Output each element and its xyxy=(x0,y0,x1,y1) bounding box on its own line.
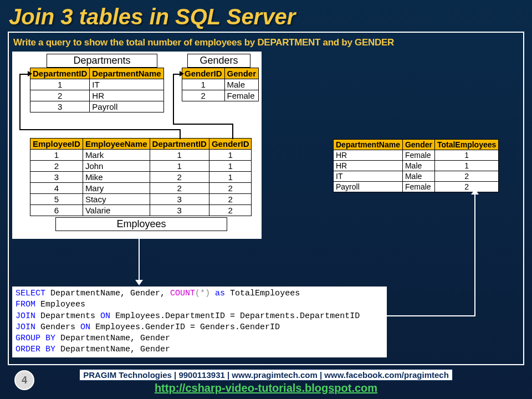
arrow-head-icon xyxy=(28,71,32,76)
table-row: 1IT xyxy=(30,79,164,90)
flow-arrow xyxy=(139,238,140,281)
result-table: DepartmentName Gender TotalEmployees HRF… xyxy=(333,139,499,192)
departments-label: Departments xyxy=(47,54,157,68)
flow-arrow xyxy=(387,315,475,316)
schema-diagram: Departments DepartmentID DepartmentName … xyxy=(12,52,262,239)
relation-line xyxy=(180,129,181,139)
col-genderid: GenderID xyxy=(182,68,225,79)
relation-line xyxy=(173,74,174,124)
table-row: 3Payroll xyxy=(30,101,164,112)
table-row: HRMale1 xyxy=(334,161,499,171)
col-employeename: EmployeeName xyxy=(83,139,150,150)
col-emp-genderid: GenderID xyxy=(209,139,252,150)
table-row: ITMale2 xyxy=(334,171,499,182)
col-gender: Gender xyxy=(224,68,259,79)
genders-label: Genders xyxy=(187,54,250,68)
employees-table-box: EmployeeID EmployeeName DepartmentID Gen… xyxy=(30,138,252,231)
table-row: 4Mary22 xyxy=(30,183,252,194)
genders-table: GenderID Gender 1Male 2Female xyxy=(182,68,259,101)
content-frame: Write a query to show the total number o… xyxy=(8,32,524,365)
col-gender: Gender xyxy=(402,140,434,150)
table-row: 1Male xyxy=(182,79,259,90)
col-departmentname: DepartmentName xyxy=(90,68,163,79)
relation-line xyxy=(173,124,233,125)
arrow-up-icon xyxy=(471,189,479,195)
table-row: 5Stacy32 xyxy=(30,194,252,205)
relation-line xyxy=(19,74,21,129)
arrow-head-icon xyxy=(180,71,184,76)
departments-table: DepartmentID DepartmentName 1IT 2HR 3Pay… xyxy=(30,68,164,112)
subtitle: Write a query to show the total number o… xyxy=(12,36,520,52)
table-row: 2Female xyxy=(182,90,259,101)
col-deptname: DepartmentName xyxy=(334,140,403,150)
flow-arrow xyxy=(474,193,475,316)
sql-query: SELECT DepartmentName, Gender, COUNT(*) … xyxy=(12,287,387,357)
employees-label: Employees xyxy=(55,217,227,231)
table-row: 2HR xyxy=(30,90,164,101)
genders-table-box: Genders GenderID Gender 1Male 2Female xyxy=(182,54,259,101)
footer-link[interactable]: http://csharp-video-tutorials.blogspot.c… xyxy=(0,382,532,395)
relation-line xyxy=(19,129,180,130)
arrow-down-icon xyxy=(135,280,143,285)
col-employeeid: EmployeeID xyxy=(30,139,83,150)
table-row: 3Mike21 xyxy=(30,172,252,183)
col-departmentid: DepartmentID xyxy=(30,68,90,79)
col-emp-departmentid: DepartmentID xyxy=(150,139,209,150)
footer: PRAGIM Technologies | 9900113931 | www.p… xyxy=(0,369,532,395)
departments-table-box: Departments DepartmentID DepartmentName … xyxy=(30,54,164,112)
table-row: 2John11 xyxy=(30,161,252,172)
table-row: 1Mark11 xyxy=(30,150,252,161)
col-total: TotalEmployees xyxy=(434,140,498,150)
employees-table: EmployeeID EmployeeName DepartmentID Gen… xyxy=(30,138,252,216)
footer-info: PRAGIM Technologies | 9900113931 | www.p… xyxy=(79,369,453,381)
table-row: HRFemale1 xyxy=(334,150,499,161)
table-row: 6Valarie32 xyxy=(30,205,252,216)
relation-line xyxy=(232,124,233,139)
page-title: Join 3 tables in SQL Server xyxy=(0,0,532,32)
